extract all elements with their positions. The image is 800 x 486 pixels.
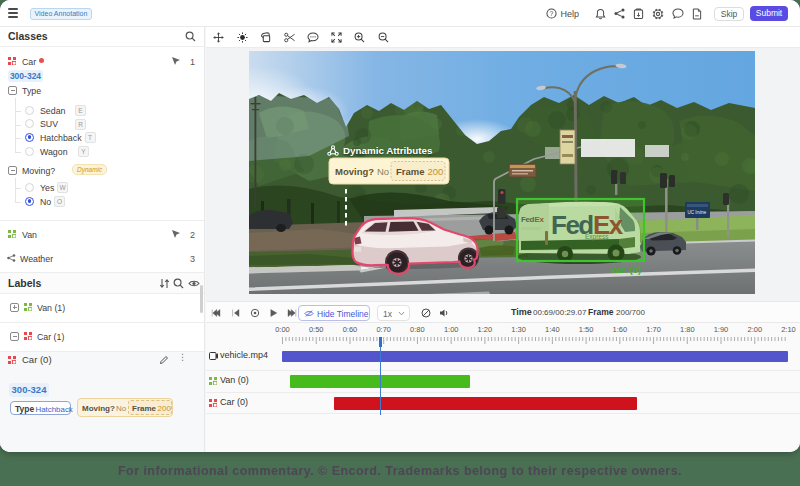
svg-text:UC Irvine: UC Irvine <box>688 210 707 215</box>
svg-text:No: No <box>377 166 389 177</box>
svg-text:Frame: Frame <box>396 166 425 177</box>
svg-text:Moving?: Moving? <box>335 166 374 177</box>
svg-text:200: 200 <box>428 166 444 177</box>
svg-text:?: ? <box>550 10 554 17</box>
svg-text:Van (0): Van (0) <box>610 264 641 275</box>
svg-text:Dynamic Attributes: Dynamic Attributes <box>343 145 433 156</box>
